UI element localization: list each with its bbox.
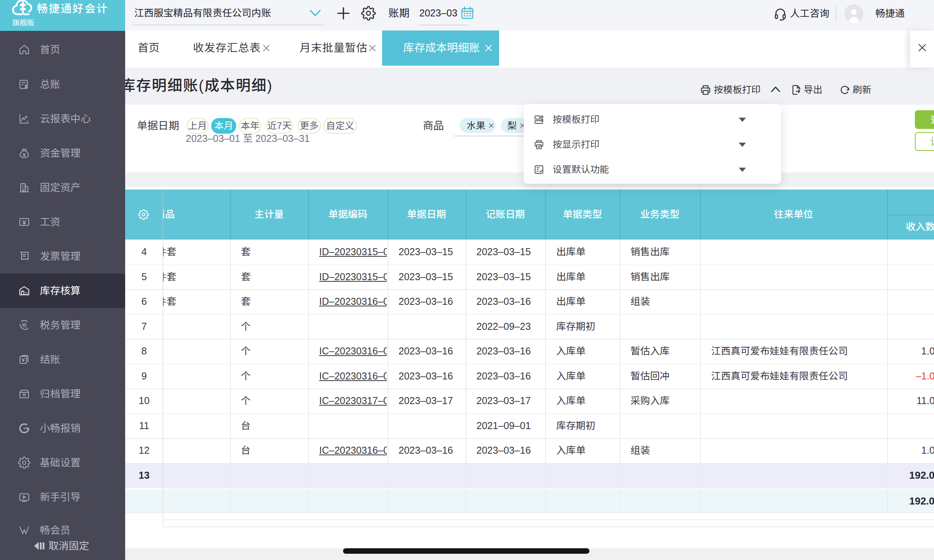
- svg-text:税: 税: [22, 321, 27, 329]
